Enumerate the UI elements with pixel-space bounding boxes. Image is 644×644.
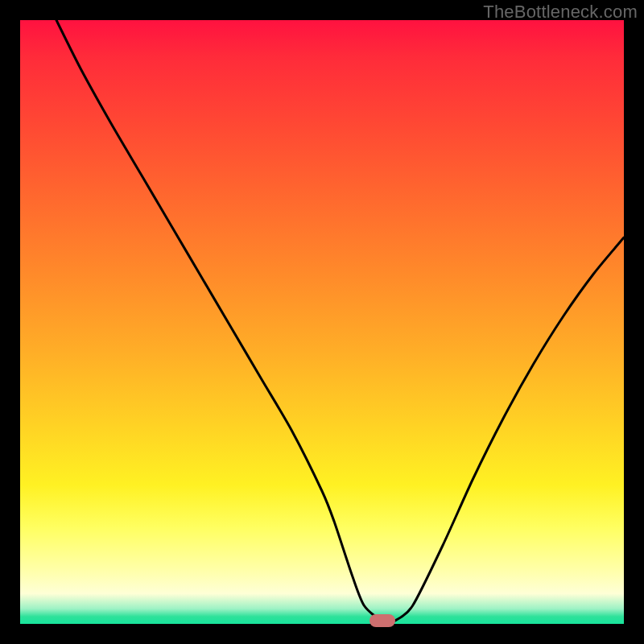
plot-area [20,20,624,624]
chart-container: TheBottleneck.com [0,0,644,644]
optimum-marker [369,614,395,627]
curve-svg [20,20,624,624]
bottleneck-curve [56,20,624,622]
